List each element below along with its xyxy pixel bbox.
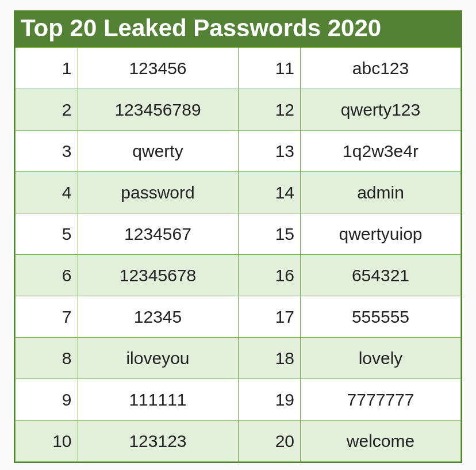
rank-cell: 2: [16, 89, 78, 131]
password-cell: qwerty: [78, 131, 238, 172]
password-cell: qwertyuiop: [301, 213, 461, 255]
password-cell: welcome: [301, 421, 461, 462]
table-row: 5 1234567 15 qwertyuiop: [16, 213, 461, 255]
table-row: 2 123456789 12 qwerty123: [16, 89, 461, 131]
password-cell: iloveyou: [78, 338, 238, 379]
table-row: 4 password 14 admin: [16, 172, 461, 213]
rank-cell: 20: [238, 421, 301, 462]
rank-cell: 11: [238, 48, 301, 89]
rank-cell: 7: [16, 296, 78, 338]
password-cell: 12345: [78, 296, 238, 338]
rank-cell: 16: [238, 255, 301, 296]
table-row: 9 111111 19 7777777: [16, 379, 461, 421]
password-cell: 1234567: [78, 213, 238, 255]
table-row: 10 123123 20 welcome: [16, 421, 461, 462]
table-row: 6 12345678 16 654321: [16, 255, 461, 296]
rank-cell: 10: [16, 421, 78, 462]
rank-cell: 14: [238, 172, 301, 213]
password-cell: 555555: [301, 296, 461, 338]
password-cell: 123123: [78, 421, 238, 462]
rank-cell: 9: [16, 379, 78, 421]
rank-cell: 17: [238, 296, 301, 338]
table-row: 7 12345 17 555555: [16, 296, 461, 338]
password-cell: lovely: [301, 338, 461, 379]
password-cell: 7777777: [301, 379, 461, 421]
password-cell: 654321: [301, 255, 461, 296]
password-cell: 1q2w3e4r: [301, 131, 461, 172]
rank-cell: 1: [16, 48, 78, 89]
rank-cell: 3: [16, 131, 78, 172]
table-row: 3 qwerty 13 1q2w3e4r: [16, 131, 461, 172]
password-cell: 111111: [78, 379, 238, 421]
passwords-table: 1 123456 11 abc123 2 123456789 12 qwerty…: [15, 47, 461, 462]
password-cell: qwerty123: [301, 89, 461, 131]
rank-cell: 19: [238, 379, 301, 421]
rank-cell: 18: [238, 338, 301, 379]
rank-cell: 15: [238, 213, 301, 255]
password-cell: password: [78, 172, 238, 213]
password-cell: 123456: [78, 48, 238, 89]
rank-cell: 12: [238, 89, 301, 131]
rank-cell: 4: [16, 172, 78, 213]
rank-cell: 6: [16, 255, 78, 296]
password-cell: abc123: [301, 48, 461, 89]
rank-cell: 5: [16, 213, 78, 255]
table-row: 8 iloveyou 18 lovely: [16, 338, 461, 379]
rank-cell: 8: [16, 338, 78, 379]
table-row: 1 123456 11 abc123: [16, 48, 461, 89]
passwords-table-container: Top 20 Leaked Passwords 2020 1 123456 11…: [14, 10, 462, 463]
password-cell: 12345678: [78, 255, 238, 296]
rank-cell: 13: [238, 131, 301, 172]
password-cell: 123456789: [78, 89, 238, 131]
password-cell: admin: [301, 172, 461, 213]
table-title: Top 20 Leaked Passwords 2020: [15, 12, 461, 47]
